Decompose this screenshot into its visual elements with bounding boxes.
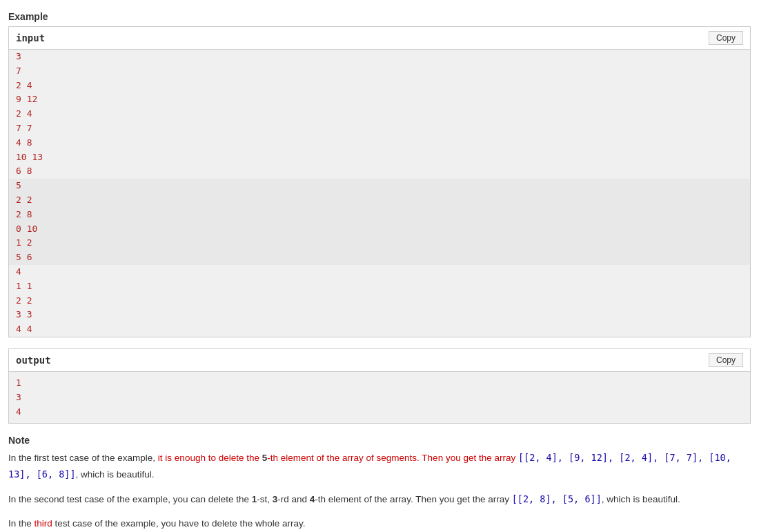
input-line: 6 8	[9, 164, 750, 179]
input-line: 4	[9, 265, 750, 279]
input-block: input Copy 372 49 122 47 74 810 136 852 …	[8, 26, 751, 337]
input-line: 1 1	[9, 279, 750, 294]
note-title: Note	[8, 435, 751, 446]
input-body: 372 49 122 47 74 810 136 852 22 80 101 2…	[9, 50, 750, 337]
input-line: 10 13	[9, 150, 750, 165]
output-line: 4	[16, 405, 743, 420]
input-line: 2 4	[9, 79, 750, 93]
note-paragraph: In the second test case of the example, …	[8, 491, 751, 508]
output-line: 3	[16, 391, 743, 405]
example-section: Example input Copy 372 49 122 47 74 810 …	[8, 11, 751, 424]
input-line: 3	[9, 50, 750, 64]
input-line: 2 8	[9, 208, 750, 222]
input-line: 4 4	[9, 322, 750, 337]
input-line: 2 2	[9, 193, 750, 208]
input-line: 4 8	[9, 136, 750, 150]
input-header-row: input Copy	[9, 27, 750, 50]
input-line: 9 12	[9, 92, 750, 107]
input-line: 1 2	[9, 236, 750, 250]
input-copy-button[interactable]: Copy	[709, 31, 743, 45]
output-label: output	[16, 355, 51, 366]
input-line: 5	[9, 179, 750, 193]
input-line: 5 6	[9, 250, 750, 265]
input-line: 2 2	[9, 294, 750, 308]
input-line: 3 3	[9, 308, 750, 322]
note-paragraph: In the third test case of the example, y…	[8, 516, 751, 532]
output-block: output Copy 134	[8, 348, 751, 424]
input-line: 0 10	[9, 222, 750, 237]
output-header-row: output Copy	[9, 349, 750, 372]
note-paragraph: In the first test case of the example, i…	[8, 450, 751, 483]
output-copy-button[interactable]: Copy	[709, 353, 743, 367]
input-line: 7 7	[9, 121, 750, 136]
note-section: Note In the first test case of the examp…	[8, 435, 751, 532]
note-paragraphs: In the first test case of the example, i…	[8, 450, 751, 532]
example-title: Example	[8, 11, 751, 22]
output-line: 1	[16, 376, 743, 391]
output-body: 134	[9, 372, 750, 423]
input-line: 2 4	[9, 107, 750, 121]
input-label: input	[16, 32, 45, 43]
input-line: 7	[9, 64, 750, 79]
